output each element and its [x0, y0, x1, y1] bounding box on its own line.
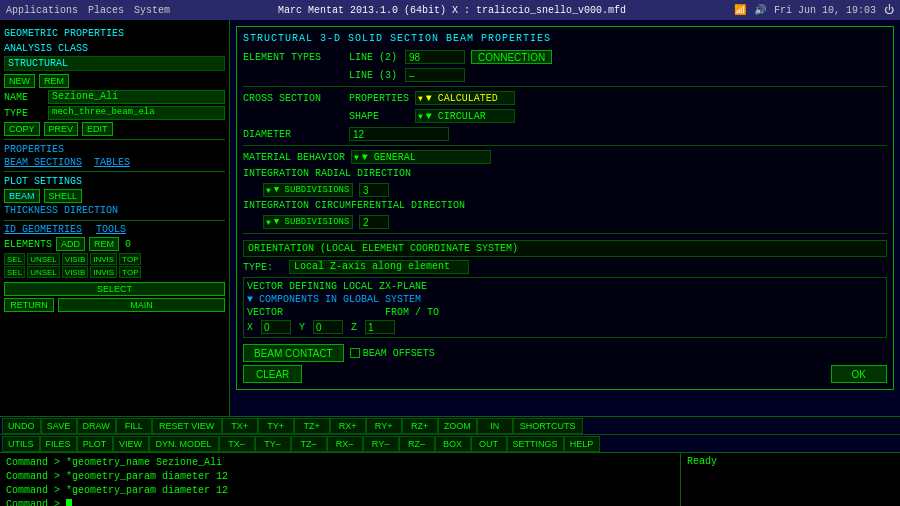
files-button[interactable]: FILES: [40, 436, 77, 452]
console-prompt: Command >: [6, 499, 66, 506]
tz-plus-button[interactable]: TZ+: [294, 418, 330, 434]
subdivisions-circ-input[interactable]: [359, 215, 389, 229]
tx-minus-button[interactable]: TX–: [219, 436, 255, 452]
unsel2-button[interactable]: UNSEL: [27, 266, 60, 278]
settings-button[interactable]: SETTINGS: [507, 436, 564, 452]
z-label: Z: [351, 322, 357, 333]
rz-plus-button[interactable]: RZ+: [402, 418, 438, 434]
ty-minus-button[interactable]: TY–: [255, 436, 291, 452]
rx-minus-button[interactable]: RX–: [327, 436, 363, 452]
beam-plot-button[interactable]: BEAM: [4, 189, 40, 203]
beam-offsets-checkbox[interactable]: [350, 348, 360, 358]
clear-button[interactable]: CLEAR: [243, 365, 302, 383]
properties-link[interactable]: PROPERTIES: [4, 144, 225, 155]
ok-button[interactable]: OK: [831, 365, 887, 383]
ry-minus-button[interactable]: RY–: [363, 436, 399, 452]
sel2-button[interactable]: SEL: [4, 266, 25, 278]
rx-plus-button[interactable]: RX+: [330, 418, 366, 434]
fill-button[interactable]: FILL: [116, 418, 152, 434]
view-button[interactable]: VIEW: [113, 436, 149, 452]
z-input[interactable]: [365, 320, 395, 334]
material-behavior-dropdown[interactable]: ▼ GENERAL: [351, 150, 491, 164]
struct-panel: STRUCTURAL 3-D SOLID SECTION BEAM PROPER…: [236, 26, 894, 390]
plot-button[interactable]: PLOT: [77, 436, 113, 452]
shape-dropdown[interactable]: ▼ CIRCULAR: [415, 109, 515, 123]
cross-section-label: CROSS SECTION: [243, 93, 343, 104]
visib2-button[interactable]: VISIB: [62, 266, 88, 278]
connection-button[interactable]: CONNECTION: [471, 50, 552, 64]
subdivisions-circ-dropdown[interactable]: ▼ SUBDIVISIONS: [263, 215, 353, 229]
x-input[interactable]: [261, 320, 291, 334]
invis2-button[interactable]: INVIS: [90, 266, 117, 278]
tools-link[interactable]: TOOLS: [96, 224, 126, 235]
system-menu[interactable]: System: [134, 5, 170, 16]
structural-indicator: STRUCTURAL: [4, 56, 225, 71]
select-button[interactable]: SELECT: [4, 282, 225, 296]
utils-button[interactable]: UTILS: [2, 436, 40, 452]
edit-button[interactable]: EDIT: [82, 122, 113, 136]
os-menu-bar[interactable]: Applications Places System: [6, 5, 170, 16]
places-menu[interactable]: Places: [88, 5, 124, 16]
properties-dropdown[interactable]: ▼ CALCULATED: [415, 91, 515, 105]
y-input[interactable]: [313, 320, 343, 334]
box-button[interactable]: BOX: [435, 436, 471, 452]
save-button[interactable]: SAVE: [41, 418, 77, 434]
beam-contact-button[interactable]: BEAM CONTACT: [243, 344, 344, 362]
zoom-button[interactable]: ZOOM: [438, 418, 477, 434]
id-geometries-link[interactable]: ID GEOMETRIES: [4, 224, 82, 235]
ty-plus-button[interactable]: TY+: [258, 418, 294, 434]
vector-title: VECTOR DEFINING LOCAL ZX-PLANE: [247, 281, 883, 292]
in-button[interactable]: IN: [477, 418, 513, 434]
line3-input[interactable]: [405, 68, 465, 82]
right-panel: STRUCTURAL 3-D SOLID SECTION BEAM PROPER…: [230, 20, 900, 416]
undo-button[interactable]: UNDO: [2, 418, 41, 434]
rem2-button[interactable]: REM: [89, 237, 119, 251]
help-button[interactable]: HELP: [564, 436, 600, 452]
x-label: X: [247, 322, 253, 333]
draw-button[interactable]: DRAW: [77, 418, 116, 434]
new-button[interactable]: NEW: [4, 74, 35, 88]
copy-button[interactable]: COPY: [4, 122, 40, 136]
geo-props-title: GEOMETRIC PROPERTIES: [4, 28, 225, 39]
shell-button[interactable]: SHELL: [44, 189, 83, 203]
vector-col-label: VECTOR: [247, 307, 297, 318]
diameter-input[interactable]: [349, 127, 449, 141]
plot-settings-label: PLOT SETTINGS: [4, 176, 225, 187]
reset-view-button[interactable]: RESET VIEW: [152, 418, 222, 434]
out-button[interactable]: OUT: [471, 436, 507, 452]
add-button[interactable]: ADD: [56, 237, 85, 251]
visib-button[interactable]: VISIB: [62, 253, 88, 265]
tz-minus-button[interactable]: TZ–: [291, 436, 327, 452]
tx-plus-button[interactable]: TX+: [222, 418, 258, 434]
return-button[interactable]: RETURN: [4, 298, 54, 312]
line2-input[interactable]: 98: [405, 50, 465, 64]
count-value: 0: [125, 239, 131, 250]
ry-plus-button[interactable]: RY+: [366, 418, 402, 434]
top2-button[interactable]: TOP: [119, 266, 141, 278]
network-icon: 📶: [734, 4, 746, 16]
integration-circ-label: INTEGRATION CIRCUMFERENTIAL DIRECTION: [243, 200, 465, 211]
dyn-model-button[interactable]: DYN. MODEL: [149, 436, 219, 452]
rem-button[interactable]: REM: [39, 74, 69, 88]
invis-button[interactable]: INVIS: [90, 253, 117, 265]
subdivisions-radial-input[interactable]: [359, 183, 389, 197]
rz-minus-button[interactable]: RZ–: [399, 436, 435, 452]
orient-title: ORIENTATION (LOCAL ELEMENT COORDINATE SY…: [243, 240, 887, 257]
integration-radial-label: INTEGRATION RADIAL DIRECTION: [243, 168, 411, 179]
tables-link[interactable]: TABLES: [94, 157, 130, 168]
window-title: Marc Mentat 2013.1.0 (64bit) X : tralicc…: [170, 5, 734, 16]
beam-offsets-checkbox-label[interactable]: BEAM OFFSETS: [350, 348, 435, 359]
applications-menu[interactable]: Applications: [6, 5, 78, 16]
shortcuts-button[interactable]: SHORTCUTS: [513, 418, 583, 434]
elements-label: ELEMENTS: [4, 239, 52, 250]
main-button[interactable]: MAIN: [58, 298, 225, 312]
analysis-class-title: ANALYSIS CLASS: [4, 43, 225, 54]
unsel-button[interactable]: UNSEL: [27, 253, 60, 265]
ready-label: Ready: [687, 456, 717, 467]
thickness-direction-link[interactable]: THICKNESS DIRECTION: [4, 205, 225, 216]
subdivisions-radial-dropdown[interactable]: ▼ SUBDIVISIONS: [263, 183, 353, 197]
top-sel-button[interactable]: TOP: [119, 253, 141, 265]
sel-button[interactable]: SEL: [4, 253, 25, 265]
prev-button[interactable]: PREV: [44, 122, 79, 136]
beam-sections-link[interactable]: BEAM SECTIONS: [4, 157, 82, 168]
